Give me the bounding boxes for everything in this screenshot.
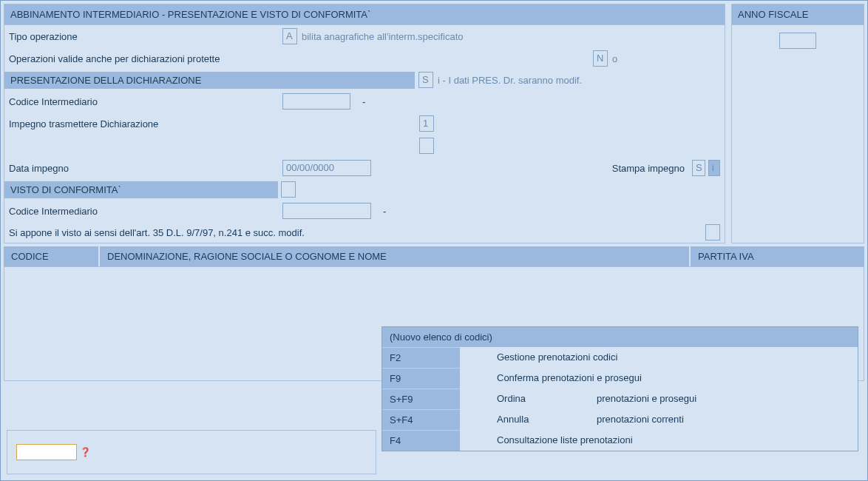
main-title: ABBINAMENTO INTERMEDIARIO - PRESENTAZION… bbox=[4, 4, 725, 25]
dash-2: - bbox=[383, 206, 386, 217]
col-denominazione: DENOMINAZIONE, RAGIONE SOCIALE O COGNOME… bbox=[100, 246, 691, 266]
popup-row: F9 Conferma prenotazioni e prosegui bbox=[382, 368, 858, 388]
impegno-input[interactable]: 1 bbox=[419, 115, 434, 132]
popup-row: S+F4 Annullaprenotazioni correnti bbox=[382, 409, 858, 430]
data-impegno-label: Data impegno bbox=[9, 163, 282, 174]
popup-row: S+F9 Ordinaprenotazioni e prosegui bbox=[382, 388, 858, 409]
command-input[interactable] bbox=[16, 444, 77, 460]
tipo-operazione-hint: bilita anagrafiche all'interm.specificat… bbox=[302, 31, 464, 42]
presentazione-hint: i - I dati PRES. Dr. saranno modif. bbox=[438, 75, 582, 86]
data-impegno-input[interactable]: 00/00/0000 bbox=[282, 160, 371, 176]
shortcut-key: F4 bbox=[390, 435, 401, 446]
tipo-operazione-input[interactable]: A bbox=[282, 28, 297, 44]
op-valide-hint: o bbox=[612, 53, 617, 64]
visto-note: Si appone il visto ai sensi dell'art. 35… bbox=[9, 227, 305, 238]
anno-fiscale-input[interactable] bbox=[779, 33, 816, 49]
tipo-operazione-label: Tipo operazione bbox=[9, 31, 282, 42]
popup-row: F2 Gestione prenotazioni codici bbox=[382, 347, 858, 368]
bottom-input-panel: ❓ bbox=[7, 430, 376, 474]
anno-fiscale-title: ANNO FISCALE bbox=[732, 4, 864, 25]
op-valide-label: Operazioni valide anche per dichiarazion… bbox=[9, 53, 593, 64]
anno-fiscale-panel: ANNO FISCALE bbox=[731, 4, 864, 243]
codice-intermediario-2-label: Codice Intermediario bbox=[9, 206, 282, 217]
table-header-row: CODICE DENOMINAZIONE, RAGIONE SOCIALE O … bbox=[4, 246, 864, 266]
shortcut-desc: Annullaprenotazioni correnti bbox=[460, 409, 858, 430]
popup-title: (Nuovo elenco di codici) bbox=[382, 327, 858, 347]
shortcut-desc: Conferma prenotazioni e prosegui bbox=[460, 368, 858, 388]
stampa-input-1[interactable]: S bbox=[692, 160, 705, 176]
op-valide-input[interactable]: N bbox=[593, 50, 608, 67]
visto-section: VISTO DI CONFORMITA` bbox=[4, 181, 278, 198]
shortcut-key: F2 bbox=[390, 352, 401, 363]
shortcut-key: S+F4 bbox=[390, 414, 413, 426]
shortcut-key: S+F9 bbox=[390, 394, 413, 405]
stampa-input-2[interactable]: i bbox=[708, 160, 720, 176]
shortcut-key: F9 bbox=[390, 373, 401, 384]
visto-input[interactable] bbox=[281, 181, 296, 198]
stampa-label: Stampa impegno bbox=[612, 163, 685, 174]
shortcut-desc: Consultazione liste prenotazioni bbox=[460, 430, 858, 451]
presentazione-section: PRESENTAZIONE DELLA DICHIARAZIONE bbox=[4, 72, 415, 89]
visto-extra-input[interactable] bbox=[705, 224, 720, 240]
impegno-label: Impegno trasmettere Dichiarazione bbox=[9, 118, 419, 130]
codice-intermediario-input[interactable] bbox=[282, 93, 350, 110]
codice-intermediario-2-input[interactable] bbox=[282, 203, 371, 219]
main-panel: ABBINAMENTO INTERMEDIARIO - PRESENTAZION… bbox=[4, 4, 725, 243]
extra-input-1[interactable] bbox=[419, 138, 434, 154]
dash: - bbox=[362, 96, 365, 107]
shortcut-desc: Ordinaprenotazioni e prosegui bbox=[460, 388, 858, 409]
presentazione-input[interactable]: S bbox=[418, 72, 433, 88]
shortcuts-popup: (Nuovo elenco di codici) F2 Gestione pre… bbox=[382, 326, 858, 451]
codice-intermediario-label: Codice Intermediario bbox=[9, 96, 282, 107]
col-partita-iva: PARTITA IVA bbox=[691, 246, 864, 266]
popup-row: F4 Consultazione liste prenotazioni bbox=[382, 430, 858, 451]
help-icon[interactable]: ❓ bbox=[80, 447, 91, 457]
shortcut-desc: Gestione prenotazioni codici bbox=[460, 347, 858, 368]
col-codice: CODICE bbox=[4, 246, 100, 266]
